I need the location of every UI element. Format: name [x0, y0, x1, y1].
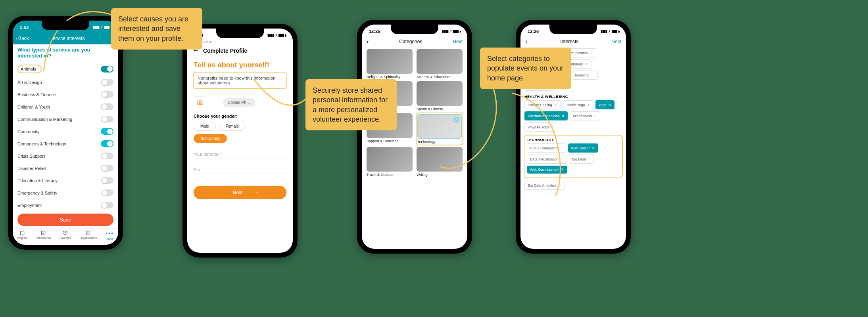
status-time: 1:53	[20, 25, 29, 30]
chip-cloud[interactable]: Cloud Computing＋	[527, 143, 566, 153]
toggle-off-icon[interactable]	[101, 103, 113, 110]
screen-title: Complete Profile	[203, 48, 247, 54]
phone-categories: 12:25 ▮▮▮▮⚡︎ ‹ Categories Next Religion …	[357, 20, 472, 254]
camera-icon[interactable]	[194, 96, 207, 108]
heading: Tell us about yourself!	[187, 57, 293, 72]
toggle-on-icon[interactable]	[101, 128, 113, 135]
plus-icon: ＋	[551, 124, 554, 130]
chip-alt-medicine[interactable]: Alternative Medicine✕	[524, 111, 568, 120]
interest-row[interactable]: Communication & Marketing	[17, 113, 113, 125]
chip-web-dev[interactable]: Web Development✕	[527, 166, 567, 174]
next-link[interactable]: Next	[611, 39, 621, 44]
status-icons: ▮▮▮▮⚡︎	[93, 25, 111, 29]
close-icon: ✕	[592, 146, 595, 150]
svg-rect-1	[41, 231, 45, 235]
next-button[interactable]: Next→	[194, 186, 286, 199]
interest-row[interactable]: Employment	[17, 199, 113, 211]
toggle-off-icon[interactable]	[101, 165, 113, 172]
interest-row[interactable]: Education & Literacy	[17, 174, 113, 187]
next-link[interactable]: Next	[453, 39, 463, 44]
plus-icon: ＋	[585, 61, 588, 67]
nav-bar: ‹ Back ervice interests	[13, 32, 118, 44]
toggle-off-icon[interactable]	[101, 79, 113, 86]
close-icon: ✕	[561, 114, 565, 118]
tab-volunteered[interactable]: Volunteered	[36, 230, 50, 240]
status-icons: ▮▮▮▮⚡︎	[601, 29, 619, 33]
gender-option-female[interactable]: Female	[219, 122, 246, 131]
toggle-off-icon[interactable]	[101, 202, 113, 208]
category-travel[interactable]: Travel & Outdoor	[367, 147, 413, 177]
phone-service-interests: 1:53 ▮▮▮▮⚡︎ ‹ Back ervice interests What…	[8, 16, 123, 250]
status-icons: ▮▮▮▮⚡︎	[442, 29, 460, 33]
more-icon: •••	[106, 230, 114, 237]
category-religion[interactable]: Religion & Spirituality	[367, 49, 413, 79]
interest-row[interactable]: Children & Youth	[17, 101, 113, 113]
chip-web-design[interactable]: Web Design✕	[568, 143, 599, 153]
back-arrow-icon[interactable]: ‹	[367, 38, 369, 45]
chip-gentle-yoga[interactable]: Gentle Yoga＋	[563, 100, 593, 109]
chip-dataviz[interactable]: Data Visualization＋	[527, 155, 567, 164]
toggle-off-icon[interactable]	[101, 91, 113, 98]
chip-mindfulness[interactable]: Mindfulness＋	[570, 111, 600, 120]
interest-row[interactable]: Disaster Relief	[17, 162, 113, 174]
screen-title: Interests	[560, 39, 578, 44]
callout-categories: Select categories to populate events on …	[480, 48, 571, 89]
interest-row[interactable]: Computers & Technology	[17, 137, 113, 150]
tab-favorites[interactable]: Favorites	[60, 230, 71, 240]
chip-energy-healing[interactable]: Energy Healing＋	[524, 100, 561, 109]
toggle-off-icon[interactable]	[101, 177, 113, 184]
toggle-off-icon[interactable]	[101, 116, 113, 122]
category-sports[interactable]: Sports & Fitness	[417, 81, 463, 111]
chip-big-data-analytics[interactable]: Big Data Analytics＋	[524, 181, 565, 190]
svg-rect-0	[20, 231, 24, 235]
back-arrow-icon[interactable]: ‹	[525, 38, 527, 45]
highlighted-tech-section: TECHNOLOGY Cloud Computing＋ Web Design✕ …	[524, 135, 623, 178]
arrow-right-icon: →	[254, 190, 259, 195]
tab-bar: Projects Volunteered Favorites Organizat…	[13, 228, 118, 241]
birthday-field[interactable]: Your birthday *	[194, 152, 286, 158]
plus-icon: ＋	[560, 157, 564, 162]
category-technology[interactable]: Technology	[416, 113, 463, 145]
save-button[interactable]: Save	[17, 214, 113, 226]
toggle-off-icon[interactable]	[101, 153, 113, 159]
bio-field[interactable]: Bio	[194, 167, 286, 174]
interest-row[interactable]: Art & Design	[17, 76, 113, 88]
interest-row-animals[interactable]: Animals	[17, 62, 113, 76]
status-icons: ▮▮▮▮⚡︎	[267, 33, 286, 37]
category-writing[interactable]: Writing	[417, 147, 463, 177]
close-icon: ✕	[608, 103, 611, 107]
status-time: 12:26	[528, 29, 539, 34]
chip-investing[interactable]: Investing＋	[572, 71, 598, 80]
toggle-on-icon[interactable]	[101, 140, 113, 147]
interest-row[interactable]: Crisis Support	[17, 150, 113, 162]
plus-icon: ＋	[593, 113, 597, 118]
chip-big-data[interactable]: Big Data＋	[569, 155, 594, 164]
interest-row[interactable]: Emergency & Safety	[17, 187, 113, 199]
screen-title: ervice interests	[23, 36, 115, 41]
plus-icon: ＋	[587, 102, 590, 107]
section-technology: TECHNOLOGY	[527, 138, 620, 142]
gender-option-nonbinary[interactable]: Non-Binary	[194, 134, 227, 143]
callout-causes: Select causes you are interested and sav…	[111, 8, 202, 50]
plus-icon: ＋	[554, 102, 557, 107]
plus-icon: ＋	[590, 50, 593, 55]
chip-yoga[interactable]: Yoga✕	[595, 100, 615, 109]
interest-row[interactable]: Business & Finance	[17, 88, 113, 101]
svg-rect-2	[86, 231, 90, 235]
tab-more[interactable]: •••More	[106, 230, 114, 240]
info-note: Nonprofits need to know this information…	[193, 72, 287, 89]
close-icon: ✕	[561, 168, 564, 172]
toggle-off-icon[interactable]	[101, 189, 113, 196]
plus-icon: ＋	[559, 145, 563, 151]
chip-vinyasa[interactable]: Vinyasa Yoga＋	[524, 122, 557, 132]
upload-photo-button[interactable]: Upload Ph…	[223, 98, 255, 107]
phone-complete-profile: 9:48 ▮▮▮▮⚡︎ ◀ Yahoo Mail ← Complete Prof…	[182, 24, 298, 258]
category-science[interactable]: Science & Education	[417, 49, 463, 79]
toggle-on-icon[interactable]	[101, 66, 113, 73]
gender-option-male[interactable]: Male	[194, 122, 216, 131]
tab-projects[interactable]: Projects	[17, 230, 27, 240]
plus-icon: ＋	[591, 73, 595, 78]
nav-bar: ← Complete Profile	[187, 44, 293, 57]
tab-organizations[interactable]: Organizations	[80, 230, 97, 240]
interest-row[interactable]: Community	[17, 125, 113, 137]
